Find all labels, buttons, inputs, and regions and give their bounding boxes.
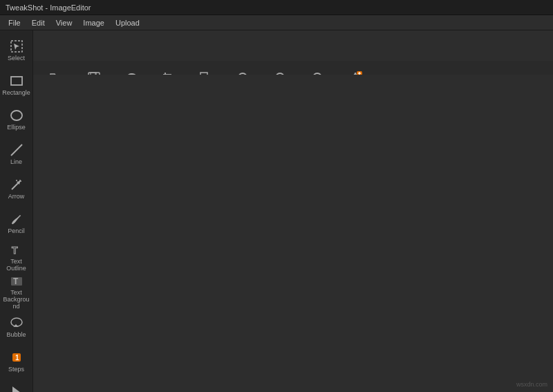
title-text: TweakShot - ImageEditor bbox=[6, 3, 91, 12]
sidebar-label-select: Select bbox=[8, 55, 25, 62]
main-area: Select Rectangle Ellipse bbox=[0, 30, 553, 392]
sidebar-tool-text-background[interactable]: T Text Background bbox=[1, 276, 32, 309]
menu-image[interactable]: Image bbox=[77, 17, 110, 28]
sidebar-tool-arrow[interactable]: Arrow bbox=[1, 172, 32, 205]
menu-edit[interactable]: Edit bbox=[26, 17, 50, 28]
watermark: wsxdn.com bbox=[516, 381, 547, 388]
pencil-icon bbox=[9, 212, 24, 227]
menubar: File Edit View Image Upload bbox=[0, 15, 553, 30]
svg-marker-16 bbox=[12, 386, 21, 392]
sidebar: Select Rectangle Ellipse bbox=[0, 30, 33, 392]
svg-text:T: T bbox=[12, 245, 18, 256]
sidebar-tool-select[interactable]: Select bbox=[1, 34, 32, 67]
titlebar: TweakShot - ImageEditor bbox=[0, 0, 553, 15]
sidebar-label-text-outline: Text Outline bbox=[3, 259, 30, 272]
canvas-area[interactable] bbox=[33, 75, 553, 392]
menu-file[interactable]: File bbox=[3, 17, 26, 28]
sidebar-tool-rectangle[interactable]: Rectangle bbox=[1, 68, 32, 102]
arrow-icon bbox=[9, 177, 24, 192]
text-background-icon: T bbox=[9, 274, 24, 288]
sidebar-label-line: Line bbox=[10, 159, 22, 166]
line-icon bbox=[9, 142, 24, 158]
steps-icon: 1 bbox=[9, 350, 24, 365]
sidebar-label-rectangle: Rectangle bbox=[2, 90, 30, 97]
rectangle-icon bbox=[9, 73, 24, 88]
svg-text:T: T bbox=[13, 277, 19, 286]
sidebar-tool-line[interactable]: Line bbox=[1, 138, 32, 171]
svg-line-3 bbox=[11, 144, 22, 156]
sidebar-tool-pencil[interactable]: Pencil bbox=[1, 207, 32, 240]
svg-point-2 bbox=[11, 111, 22, 120]
sidebar-tool-cursor[interactable]: Cursor bbox=[1, 380, 32, 392]
sidebar-label-pencil: Pencil bbox=[8, 228, 25, 235]
svg-rect-1 bbox=[11, 77, 22, 85]
sidebar-label-steps: Steps bbox=[8, 366, 24, 373]
menu-view[interactable]: View bbox=[50, 17, 78, 28]
sidebar-label-ellipse: Ellipse bbox=[7, 124, 26, 131]
sidebar-tool-text-outline[interactable]: T Text Outline bbox=[1, 241, 32, 274]
sidebar-label-arrow: Arrow bbox=[8, 194, 25, 200]
text-outline-icon: T bbox=[9, 243, 24, 257]
bubble-icon bbox=[9, 315, 24, 330]
menu-upload[interactable]: Upload bbox=[110, 17, 145, 28]
ellipse-icon bbox=[9, 108, 24, 123]
select-icon bbox=[9, 39, 24, 54]
sidebar-tool-bubble[interactable]: Bubble bbox=[1, 310, 32, 344]
sidebar-label-bubble: Bubble bbox=[6, 332, 26, 339]
sidebar-label-text-background: Text Background bbox=[2, 290, 31, 310]
sidebar-tool-steps[interactable]: 1 Steps bbox=[1, 345, 32, 378]
cursor-icon bbox=[9, 384, 24, 392]
sidebar-tool-ellipse[interactable]: Ellipse bbox=[1, 103, 32, 136]
svg-text:1: 1 bbox=[15, 354, 19, 362]
